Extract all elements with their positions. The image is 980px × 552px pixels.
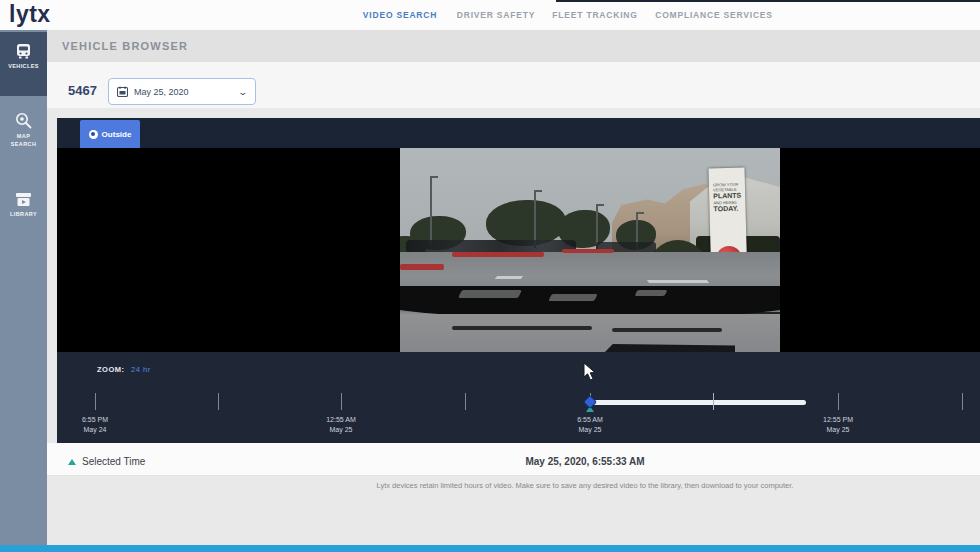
timeline-label: 6:55 AMMay 25 [577, 415, 603, 435]
timeline-panel: ZOOM: 24 hr 6:55 PMMay 24 12:55 AMMay 25… [57, 352, 980, 443]
mouse-cursor [583, 362, 599, 382]
chevron-down-icon: ⌄ [238, 87, 249, 97]
vehicle-id: 5467 [68, 83, 97, 98]
selected-time-value: May 25, 2020, 6:55:33 AM [525, 456, 644, 467]
timeline-label: 12:55 AMMay 25 [326, 415, 356, 435]
library-icon [15, 192, 32, 207]
selected-time-label: Selected Time [82, 456, 145, 467]
timeline-tick [218, 393, 219, 410]
hood-vent [452, 326, 592, 330]
date-picker-value: May 25, 2020 [134, 87, 239, 97]
dashcam-video-frame: GROW YOUR VEGETABLE PLANTS AND HERBS TOD… [400, 148, 780, 352]
timeline-tick [341, 393, 342, 410]
top-edge-line [556, 0, 980, 2]
sidebar-item-label: VEHICLES [0, 62, 47, 70]
camera-tab-label: Outside [102, 130, 132, 139]
lytx-logo: lytx [9, 1, 51, 28]
red-curb [562, 249, 614, 253]
page-title: VEHICLE BROWSER [62, 40, 188, 52]
timeline-tick [465, 393, 466, 410]
timeline-tick [95, 393, 96, 410]
red-curb [452, 252, 544, 257]
tab-video-search[interactable]: VIDEO SEARCH [363, 10, 437, 20]
timeline-label: 12:55 PMMay 25 [823, 415, 853, 435]
bottom-accent-bar [0, 545, 980, 552]
zoom-control: ZOOM: 24 hr [97, 365, 151, 374]
windshield-reflection [635, 290, 668, 296]
timeline-label: 6:55 PMMay 24 [82, 415, 108, 435]
vehicle-browser-app: lytx VIDEO SEARCH DRIVER SAFETY FLEET TR… [0, 0, 980, 552]
banner-text: TODAY. [709, 205, 745, 214]
left-sidebar: VEHICLES MAPSEARCH LIBRARY [0, 30, 47, 545]
camera-lens-icon [89, 130, 98, 139]
video-viewport[interactable]: GROW YOUR VEGETABLE PLANTS AND HERBS TOD… [57, 148, 980, 352]
selected-time-row [47, 443, 980, 476]
sidebar-item-label: LIBRARY [0, 210, 47, 218]
sidebar-item-vehicles[interactable]: VEHICLES [0, 32, 47, 96]
sidebar-item-map-search[interactable]: MAPSEARCH [0, 110, 47, 168]
lane-marking [495, 276, 524, 279]
top-header: lytx VIDEO SEARCH DRIVER SAFETY FLEET TR… [0, 0, 980, 30]
windshield-reflection [548, 294, 597, 301]
camera-tab-bar: Outside [57, 118, 980, 148]
camera-tab-outside[interactable]: Outside [80, 120, 140, 148]
retention-note: Lytx devices retain limited hours of vid… [377, 481, 794, 490]
sidebar-item-label: MAPSEARCH [0, 132, 47, 148]
calendar-icon [117, 86, 128, 97]
tab-driver-safety[interactable]: DRIVER SAFETY [457, 10, 535, 20]
zoom-label: ZOOM: [97, 365, 125, 374]
tab-fleet-tracking[interactable]: FLEET TRACKING [552, 10, 637, 20]
tab-compliance-services[interactable]: COMPLIANCE SERVICES [655, 10, 773, 20]
timeline-tick [713, 393, 714, 410]
date-picker-dropdown[interactable]: May 25, 2020 ⌄ [108, 78, 256, 105]
bus-icon [15, 44, 32, 59]
teal-triangle-icon [68, 459, 76, 465]
spacer-strip [47, 108, 980, 118]
timeline-tick [838, 393, 839, 410]
map-search-icon [15, 112, 32, 129]
video-availability-bar[interactable] [590, 400, 806, 405]
selected-time-legend: Selected Time [68, 456, 145, 467]
light-pole [430, 176, 432, 246]
timeline-tick [962, 393, 963, 410]
red-curb [400, 264, 444, 270]
lane-marking [647, 280, 709, 283]
video-player: Outside GROW YOUR VEGETABLE PLANTS AND H… [57, 118, 980, 443]
windshield-reflection [458, 290, 522, 298]
hood-vent [612, 328, 722, 332]
sidebar-item-library[interactable]: LIBRARY [0, 190, 47, 240]
zoom-value[interactable]: 24 hr [131, 365, 151, 374]
